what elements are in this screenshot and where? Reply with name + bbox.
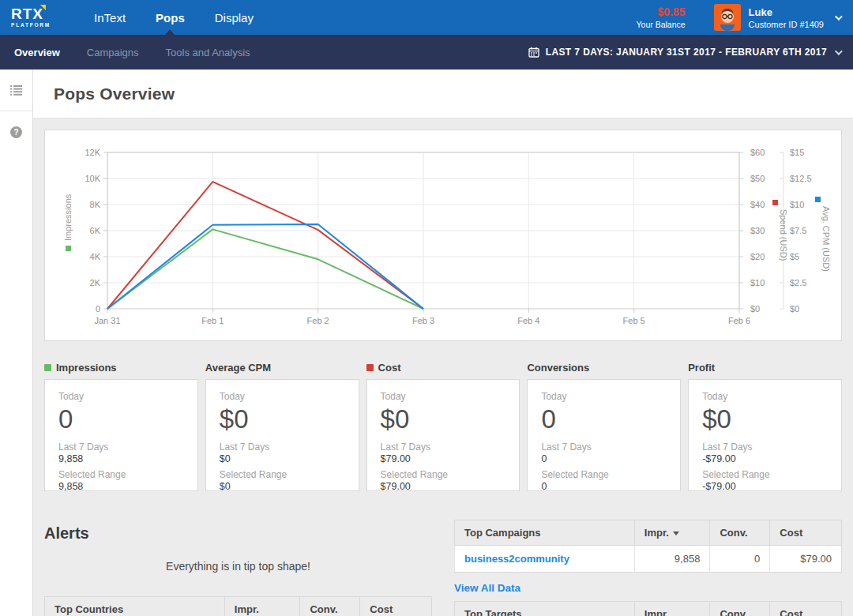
calendar-icon <box>528 47 539 58</box>
col-header-impr[interactable]: Impr. <box>634 520 710 546</box>
logo-accent <box>40 5 46 10</box>
nav-pops[interactable]: Pops <box>141 0 200 35</box>
legend-square-icon <box>44 364 51 371</box>
series-avg-cpm-usd <box>107 224 423 309</box>
chevron-down-icon[interactable] <box>835 13 843 21</box>
nav-intext[interactable]: InText <box>79 0 141 35</box>
sidebar-help-button[interactable]: ? <box>0 111 32 153</box>
user-name: Luke <box>749 6 824 18</box>
svg-text:Feb 5: Feb 5 <box>623 316 645 325</box>
conversions-cell: 0 <box>710 546 770 573</box>
svg-text:$10: $10 <box>790 200 804 209</box>
stat-card-impressions: Today0Last 7 Days9,858Selected Range9,85… <box>44 379 198 491</box>
stat-today-label: Today <box>58 391 184 402</box>
user-menu[interactable]: Luke Customer ID #1409 <box>749 6 824 29</box>
stat-last7-label: Last 7 Days <box>541 441 667 453</box>
sidebar: ? <box>0 69 33 616</box>
stat-today-value: $0 <box>702 404 828 434</box>
lower-section: Alerts Everything is in tip top shape! T… <box>44 520 842 616</box>
subnav-campaigns[interactable]: Campaigns <box>87 47 139 58</box>
svg-text:12K: 12K <box>85 148 100 157</box>
list-icon <box>10 85 22 96</box>
svg-text:$50: $50 <box>750 174 765 183</box>
col-header-impr[interactable]: Impr. <box>224 597 300 616</box>
svg-text:$20: $20 <box>750 252 765 261</box>
svg-text:$15: $15 <box>790 148 804 157</box>
svg-text:8K: 8K <box>90 200 101 209</box>
col-header-cost[interactable]: Cost <box>770 520 842 546</box>
stat-card-cost: Today$0Last 7 Days$79.00Selected Range$7… <box>366 379 520 491</box>
campaigns-column: Top CampaignsImpr.Conv.Cost business2com… <box>454 520 842 616</box>
stat-today-label: Today <box>220 391 345 402</box>
logo-subtitle: PLATFORM <box>11 23 51 28</box>
balance-label: Your Balance <box>637 20 686 29</box>
stat-last7-value: 9,858 <box>58 453 184 464</box>
impressions-cell: 9,858 <box>634 546 710 573</box>
stat-card-profit: Today$0Last 7 Days-$79.00Selected Range-… <box>688 379 842 491</box>
svg-text:$30: $30 <box>750 226 765 235</box>
balance-amount: $0.85 <box>637 6 686 18</box>
col-header-cost[interactable]: Cost <box>770 602 842 616</box>
stat-last7-value: -$79.00 <box>702 453 828 464</box>
svg-text:$12.5: $12.5 <box>790 174 812 183</box>
svg-text:Feb 2: Feb 2 <box>307 316 329 325</box>
stat-today-label: Today <box>541 391 667 402</box>
sidebar-list-button[interactable] <box>0 69 32 111</box>
stat-card-conversions: Today0Last 7 Days0Selected Range0 <box>527 379 681 491</box>
svg-text:Jan 31: Jan 31 <box>94 316 120 325</box>
stat-today-value: $0 <box>220 404 345 434</box>
stat-range-value: $0 <box>220 481 345 492</box>
sort-desc-icon <box>673 531 679 535</box>
col-header-top-targets: Top Targets <box>455 602 635 616</box>
stat-range-label: Selected Range <box>381 469 506 480</box>
stat-card-header: Average CPM <box>205 355 359 379</box>
stat-block-profit: ProfitToday$0Last 7 Days-$79.00Selected … <box>688 355 842 491</box>
rtx-logo[interactable]: RTX PLATFORM <box>11 6 51 28</box>
col-header-conv[interactable]: Conv. <box>710 602 770 616</box>
chevron-down-icon <box>835 47 843 55</box>
col-header-impr[interactable]: Impr. <box>634 602 710 616</box>
svg-text:$5: $5 <box>790 252 799 261</box>
primary-nav: InTextPopsDisplay <box>79 0 269 35</box>
col-header-top-campaigns[interactable]: Top Campaigns <box>455 520 635 546</box>
col-header-conv[interactable]: Conv. <box>300 597 360 616</box>
subnav-overview[interactable]: Overview <box>14 47 60 58</box>
subnav: OverviewCampaignsTools and Analysis LAST… <box>0 35 853 69</box>
svg-text:6K: 6K <box>90 226 101 235</box>
svg-text:$7.5: $7.5 <box>790 226 806 235</box>
col-header-cost[interactable]: Cost <box>360 597 432 616</box>
stat-cards-row: ImpressionsToday0Last 7 Days9,858Selecte… <box>44 355 842 491</box>
stat-range-label: Selected Range <box>220 469 345 480</box>
avatar-image <box>714 4 741 31</box>
svg-text:0: 0 <box>96 304 100 314</box>
series-impressions <box>107 229 423 309</box>
stat-range-value: $79.00 <box>381 481 506 492</box>
stat-last7-value: $79.00 <box>381 453 506 464</box>
series-spend-usd <box>107 182 423 309</box>
stat-card-header: Conversions <box>527 355 681 379</box>
campaign-link[interactable]: business2community <box>464 553 569 565</box>
stat-card-label: Impressions <box>56 362 117 374</box>
col-header-conv[interactable]: Conv. <box>710 520 770 546</box>
top-campaigns-table: Top CampaignsImpr.Conv.Cost business2com… <box>454 520 842 573</box>
nav-display[interactable]: Display <box>200 0 269 35</box>
view-all-data-link[interactable]: View All Data <box>454 582 520 594</box>
svg-text:Feb 4: Feb 4 <box>517 316 539 325</box>
stat-last7-label: Last 7 Days <box>381 441 506 453</box>
stat-range-value: 9,858 <box>58 481 184 492</box>
avatar[interactable] <box>714 4 741 31</box>
stat-last7-label: Last 7 Days <box>58 441 184 453</box>
stat-card-header: Profit <box>688 355 842 379</box>
stat-card-header: Impressions <box>44 355 198 379</box>
stat-block-impressions: ImpressionsToday0Last 7 Days9,858Selecte… <box>44 355 198 491</box>
date-range-picker[interactable]: LAST 7 DAYS: JANUARY 31ST 2017 - FEBRUAR… <box>528 47 840 58</box>
stat-range-label: Selected Range <box>58 469 184 480</box>
balance[interactable]: $0.85 Your Balance <box>637 6 686 29</box>
alerts-title: Alerts <box>44 524 432 543</box>
stat-range-label: Selected Range <box>702 469 828 480</box>
content: Pops Overview 02K4K6K8K10K12K$0$10$20$30… <box>33 69 853 616</box>
subnav-tools-and-analysis[interactable]: Tools and Analysis <box>166 47 250 58</box>
date-range-label: LAST 7 DAYS: JANUARY 31ST 2017 - FEBRUAR… <box>546 47 827 58</box>
stat-last7-label: Last 7 Days <box>702 441 828 453</box>
main: 02K4K6K8K10K12K$0$10$20$30$40$50$60$0$2.… <box>33 118 853 616</box>
